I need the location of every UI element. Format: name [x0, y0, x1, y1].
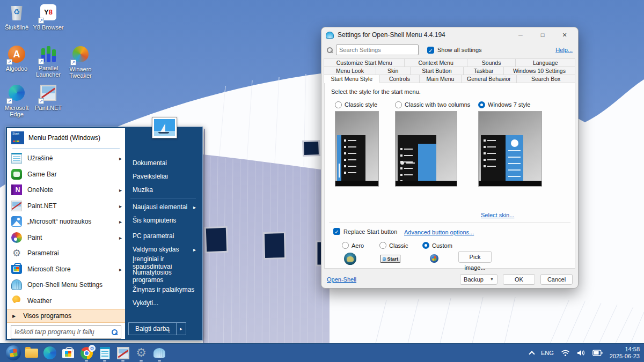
desktop-icon-microsoft-edge[interactable]: Microsoft Edge: [0, 84, 34, 117]
right-item-music[interactable]: Muzika: [125, 183, 201, 196]
preview-windows7-style[interactable]: [478, 111, 542, 187]
title-bar[interactable]: Settings for Open-Shell Menu 4.4.194 ─ □…: [321, 27, 578, 42]
show-all-settings-checkbox[interactable]: [427, 47, 434, 54]
radio-windows7-style[interactable]: Windows 7 style: [478, 101, 530, 108]
right-item-pictures[interactable]: Paveikslėliai: [125, 169, 201, 183]
volume-icon[interactable]: [577, 349, 586, 357]
paint-icon: [11, 232, 22, 243]
start-menu-item-paint[interactable]: Paint: [7, 230, 125, 246]
wifi-icon[interactable]: [561, 349, 570, 357]
user-avatar[interactable]: [152, 117, 177, 138]
shutdown-options-arrow[interactable]: [177, 322, 186, 335]
taskbar-notepad[interactable]: [96, 344, 114, 362]
taskbar-edge[interactable]: [41, 344, 59, 362]
radio-classic-button[interactable]: Classic: [379, 242, 408, 249]
desktop-icon-winaero-tweaker[interactable]: Winaero Tweaker: [63, 45, 98, 79]
tab-taskbar[interactable]: Taskbar: [463, 67, 503, 75]
taskbar-store[interactable]: [59, 344, 77, 362]
open-shell-settings-window: Settings for Open-Shell Menu 4.4.194 ─ □…: [321, 27, 579, 289]
radio-classic-style[interactable]: Classic style: [335, 101, 377, 108]
tab-start-button[interactable]: Start Button: [410, 67, 464, 75]
radio-icon: [335, 101, 342, 108]
desktop-icon-parallel-launcher[interactable]: Parallel Launcher: [31, 45, 65, 78]
maximize-button[interactable]: □: [533, 29, 552, 41]
right-item-this-pc[interactable]: Šis kompiuteris: [125, 213, 201, 227]
start-menu-header-item[interactable]: Meniu Pradėti (Windows): [7, 128, 125, 147]
tab-general-behavior[interactable]: General Behavior: [461, 75, 517, 83]
start-menu-search-box: [11, 325, 121, 339]
style-previews: [331, 111, 568, 189]
all-programs-label: Visos programos: [23, 312, 71, 320]
start-menu-item-notepad[interactable]: Užrašinė: [7, 150, 125, 166]
pick-image-button[interactable]: Pick image...: [458, 251, 492, 263]
taskbar-file-explorer[interactable]: [23, 344, 41, 362]
start-menu-item-settings[interactable]: Parametrai: [7, 246, 125, 262]
start-menu-item-openshell-settings[interactable]: Open-Shell Menu Settings: [7, 277, 125, 293]
minimize-button[interactable]: ─: [511, 29, 530, 41]
desktop-icon-recycle-bin[interactable]: Šiukšlinė: [0, 3, 34, 31]
taskbar-settings[interactable]: [132, 344, 150, 362]
advanced-button-options-link[interactable]: Advanced button options...: [404, 229, 474, 235]
battery-icon[interactable]: [592, 350, 603, 356]
start-menu-item-photos[interactable]: „Microsoft“ nuotraukos: [7, 214, 125, 230]
tab-controls[interactable]: Controls: [379, 75, 420, 83]
tab-menu-look[interactable]: Menu Look: [324, 67, 376, 75]
right-item-recent[interactable]: Naujausi elementai: [125, 200, 201, 213]
radio-custom-button[interactable]: Custom: [422, 242, 452, 249]
tab-sounds[interactable]: Sounds: [467, 58, 516, 67]
right-item-help-support[interactable]: Žinynas ir palaikymas: [125, 283, 201, 296]
close-button[interactable]: ✕: [555, 29, 574, 41]
desktop-icon-paint-net[interactable]: Paint.NET: [31, 84, 65, 111]
preview-classic-two-columns[interactable]: [395, 111, 457, 187]
shutdown-button[interactable]: Baigti darbą: [128, 322, 177, 335]
open-shell-link[interactable]: Open-Shell: [327, 276, 356, 283]
taskbar-clock[interactable]: 14:58 2025-06-23: [610, 346, 640, 360]
tray-expand-chevron-icon[interactable]: [529, 351, 535, 357]
preview-classic-style[interactable]: [335, 111, 379, 187]
search-icon[interactable]: [112, 329, 118, 335]
tab-context-menu[interactable]: Context Menu: [404, 58, 467, 67]
start-menu-item-weather[interactable]: Weather: [7, 293, 125, 309]
start-menu-item-paintdotnet[interactable]: Paint.NET: [7, 198, 125, 214]
language-indicator[interactable]: ENG: [541, 350, 554, 356]
tab-language[interactable]: Language: [515, 58, 575, 67]
search-icon: [327, 47, 333, 53]
right-item-default-programs[interactable]: Numatytosios programos: [125, 269, 201, 283]
taskbar-chrome[interactable]: [77, 344, 96, 362]
radio-classic-two-columns[interactable]: Classic with two columns: [395, 101, 470, 108]
backup-button[interactable]: Backup: [460, 274, 497, 285]
right-item-devices-printers[interactable]: Įrenginiai ir spausdintuvai: [125, 256, 201, 269]
select-skin-link[interactable]: Select skin...: [481, 212, 514, 218]
tab-skin[interactable]: Skin: [376, 67, 411, 75]
item-label: Paint: [27, 234, 42, 241]
right-item-run[interactable]: Vykdyti...: [125, 296, 201, 309]
taskbar-openshell[interactable]: [150, 344, 169, 362]
radio-aero-button[interactable]: Aero: [342, 242, 364, 249]
gear-icon: [11, 248, 22, 258]
tab-main-menu[interactable]: Main Menu: [419, 75, 461, 83]
right-item-pc-settings[interactable]: PC parametrai: [125, 229, 201, 242]
tab-customize-start-menu[interactable]: Customize Start Menu: [324, 58, 405, 67]
replace-start-button-checkbox[interactable]: [333, 228, 340, 235]
taskbar-paintdotnet[interactable]: [114, 344, 132, 362]
taskbar-start-button[interactable]: [4, 344, 23, 362]
desktop-icon-y8-browser[interactable]: Y8 Y8 Browser: [31, 3, 65, 31]
start-menu-item-gamebar[interactable]: Game Bar: [7, 166, 125, 182]
desktop-icon-algodoo[interactable]: A Algodoo: [0, 45, 34, 72]
start-menu-item-store[interactable]: Microsoft Store: [7, 261, 125, 277]
store-icon: [62, 349, 74, 358]
right-item-documents[interactable]: Dokumentai: [125, 156, 201, 169]
tab-search-box[interactable]: Search Box: [516, 75, 575, 83]
settings-search-input[interactable]: [339, 45, 415, 55]
start-menu-search-input[interactable]: [14, 328, 108, 336]
all-programs-item[interactable]: Visos programos: [7, 309, 125, 323]
help-link[interactable]: Help...: [555, 47, 573, 53]
right-item-control-panel[interactable]: Valdymo skydas: [125, 242, 201, 256]
tab-start-menu-style[interactable]: Start Menu Style: [324, 75, 380, 83]
folder-icon: [25, 349, 38, 358]
ok-button[interactable]: OK: [503, 274, 535, 285]
radio-icon: [395, 101, 402, 108]
start-menu-item-onenote[interactable]: N OneNote: [7, 182, 125, 198]
tab-windows10-settings[interactable]: Windows 10 Settings: [503, 67, 575, 75]
cancel-button[interactable]: Cancel: [540, 274, 573, 285]
